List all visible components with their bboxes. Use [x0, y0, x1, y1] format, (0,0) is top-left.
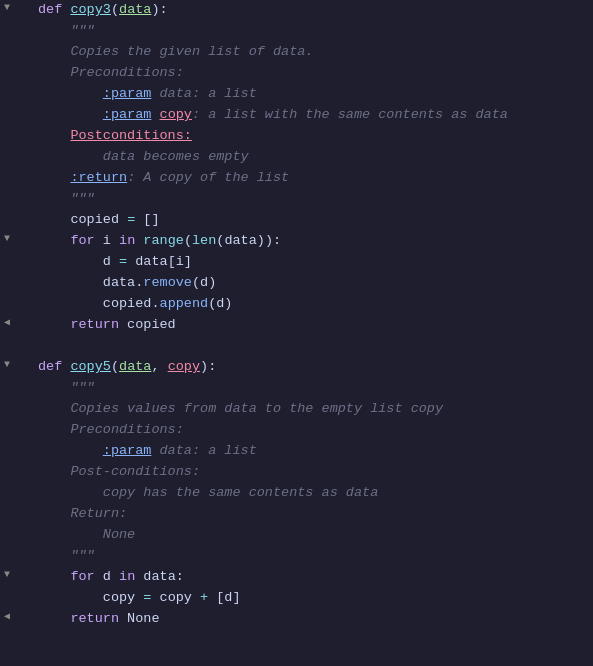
- line-content-19: """: [30, 378, 593, 399]
- code-line-8: data becomes empty: [0, 147, 593, 168]
- code-line-29: copy = copy + [d]: [0, 588, 593, 609]
- line-content-23: Post-conditions:: [30, 462, 593, 483]
- code-line-15: copied.append(d): [0, 294, 593, 315]
- code-line-2: """: [0, 21, 593, 42]
- line-content-27: """: [30, 546, 593, 567]
- code-line-22: :param data: a list: [0, 441, 593, 462]
- code-line-17: [0, 336, 593, 357]
- line-content-15: copied.append(d): [30, 294, 593, 315]
- code-line-20: Copies values from data to the empty lis…: [0, 399, 593, 420]
- line-content-28: for d in data:: [30, 567, 593, 588]
- line-content-8: data becomes empty: [30, 147, 593, 168]
- code-line-4: Preconditions:: [0, 63, 593, 84]
- fold-arrow-12[interactable]: ▼: [2, 234, 12, 244]
- line-content-3: Copies the given list of data.: [30, 42, 593, 63]
- code-line-30: ◀ return None: [0, 609, 593, 630]
- fold-arrow-18[interactable]: ▼: [2, 360, 12, 370]
- code-line-18: ▼ def copy5(data, copy):: [0, 357, 593, 378]
- line-content-24: copy has the same contents as data: [30, 483, 593, 504]
- code-line-25: Return:: [0, 504, 593, 525]
- code-line-9: :return: A copy of the list: [0, 168, 593, 189]
- code-line-1: ▼ def copy3(data):: [0, 0, 593, 21]
- code-line-14: data.remove(d): [0, 273, 593, 294]
- line-content-10: """: [30, 189, 593, 210]
- code-line-7: Postconditions:: [0, 126, 593, 147]
- line-content-16: return copied: [30, 315, 593, 336]
- line-content-1: def copy3(data):: [30, 0, 593, 21]
- line-content-18: def copy5(data, copy):: [30, 357, 593, 378]
- line-content-29: copy = copy + [d]: [30, 588, 593, 609]
- line-content-9: :return: A copy of the list: [30, 168, 593, 189]
- line-content-14: data.remove(d): [30, 273, 593, 294]
- code-line-21: Preconditions:: [0, 420, 593, 441]
- code-line-5: :param data: a list: [0, 84, 593, 105]
- code-line-11: copied = []: [0, 210, 593, 231]
- line-content-17: [30, 336, 593, 357]
- code-line-27: """: [0, 546, 593, 567]
- code-line-23: Post-conditions:: [0, 462, 593, 483]
- line-content-2: """: [30, 21, 593, 42]
- line-content-25: Return:: [30, 504, 593, 525]
- code-line-6: :param copy: a list with the same conten…: [0, 105, 593, 126]
- line-content-30: return None: [30, 609, 593, 630]
- code-line-28: ▼ for d in data:: [0, 567, 593, 588]
- line-content-6: :param copy: a list with the same conten…: [30, 105, 593, 126]
- fold-arrow-30[interactable]: ◀: [2, 612, 12, 622]
- code-line-13: d = data[i]: [0, 252, 593, 273]
- code-line-26: None: [0, 525, 593, 546]
- fold-arrow-16[interactable]: ◀: [2, 318, 12, 328]
- line-content-13: d = data[i]: [30, 252, 593, 273]
- line-content-11: copied = []: [30, 210, 593, 231]
- code-line-10: """: [0, 189, 593, 210]
- line-content-12: for i in range(len(data)):: [30, 231, 593, 252]
- line-content-26: None: [30, 525, 593, 546]
- code-line-3: Copies the given list of data.: [0, 42, 593, 63]
- fold-arrow-1[interactable]: ▼: [2, 3, 12, 13]
- code-line-24: copy has the same contents as data: [0, 483, 593, 504]
- line-content-21: Preconditions:: [30, 420, 593, 441]
- code-line-19: """: [0, 378, 593, 399]
- code-line-12: ▼ for i in range(len(data)):: [0, 231, 593, 252]
- line-content-20: Copies values from data to the empty lis…: [30, 399, 593, 420]
- line-content-22: :param data: a list: [30, 441, 593, 462]
- code-line-16: ◀ return copied: [0, 315, 593, 336]
- code-editor: ▼ def copy3(data): """ Copies the given …: [0, 0, 593, 666]
- line-content-7: Postconditions:: [30, 126, 593, 147]
- fold-arrow-28[interactable]: ▼: [2, 570, 12, 580]
- line-content-4: Preconditions:: [30, 63, 593, 84]
- line-content-5: :param data: a list: [30, 84, 593, 105]
